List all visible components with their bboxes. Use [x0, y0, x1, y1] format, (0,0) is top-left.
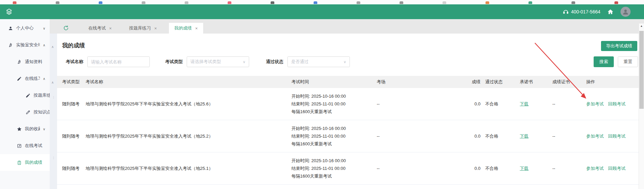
- tab-label: 在线考试: [88, 25, 106, 31]
- browser-favicon: [357, 1, 360, 4]
- cell-exam-type: 随到随考: [57, 166, 86, 172]
- tab-label: 我的成绩: [174, 25, 192, 31]
- drag-handle-icon: ⋮: [52, 157, 55, 159]
- chevron-down-icon: ∨: [243, 60, 245, 64]
- collapse-gutter[interactable]: ∧ ∧ ⋮ ⋮: [50, 34, 57, 189]
- filter-select[interactable]: 是否通过∨: [287, 56, 350, 67]
- avatar[interactable]: [620, 7, 631, 17]
- search-button[interactable]: 搜索: [594, 56, 614, 67]
- headset-icon: [563, 9, 569, 15]
- drag-handle-icon: ⋮: [52, 97, 55, 98]
- chevron-down-icon: ∨: [343, 60, 346, 64]
- browser-favicon: [486, 1, 489, 4]
- pen-nib-icon: [8, 43, 13, 48]
- filter-label: 通过状态: [266, 59, 283, 65]
- tab-3[interactable]: 我的成绩×: [169, 23, 203, 34]
- exam-time-line: 结束时间: 2025-11-01 00:00: [291, 100, 377, 108]
- app-logo-icon[interactable]: [5, 8, 13, 15]
- select-value: 是否通过: [291, 59, 309, 65]
- chevron-down-icon: ∨: [43, 27, 45, 30]
- chevron-up-icon: ∧: [43, 43, 45, 47]
- cell-score: 0.0: [469, 134, 485, 139]
- cell-score: 0.0: [469, 101, 485, 106]
- close-icon[interactable]: ×: [109, 26, 112, 31]
- browser-favicon: [314, 1, 317, 4]
- star-icon: [17, 127, 22, 132]
- filter-select[interactable]: 请选择考试类型∨: [187, 56, 249, 67]
- cell-actions: 参加考试回顾考试: [586, 166, 644, 172]
- download-link[interactable]: 下载: [520, 101, 528, 106]
- close-icon[interactable]: ×: [195, 26, 198, 31]
- scrollbar[interactable]: ▲: [639, 23, 644, 189]
- chevron-up-icon[interactable]: ∧: [51, 81, 54, 84]
- clipboard-icon: [17, 160, 22, 165]
- sidebar-item-label: 在线考试: [25, 143, 42, 149]
- sidebar-item-label: 实验室安全培...: [16, 42, 40, 48]
- sidebar-item[interactable]: 我的成绩: [0, 154, 50, 171]
- table-header-row: 考试类型考试名称考试时间考场成绩通过状态承诺书成绩证书操作: [57, 76, 644, 88]
- sidebar-item[interactable]: 在线考试: [0, 137, 50, 154]
- cell-pass-status: 不合格: [485, 133, 520, 139]
- close-icon[interactable]: ×: [154, 26, 157, 31]
- chevron-up-icon: ∧: [43, 77, 45, 81]
- review-exam-link[interactable]: 回顾考试: [608, 101, 626, 107]
- tab-1[interactable]: 在线考试×: [83, 23, 117, 34]
- column-header: 考试时间: [291, 79, 377, 85]
- cell-exam-time: 开始时间: 2025-10-16 00:00结束时间: 2025-11-01 0…: [291, 92, 377, 115]
- sidebar-item[interactable]: 在线练习∧: [0, 70, 50, 87]
- sidebar-item[interactable]: 按知识点...: [0, 104, 50, 121]
- support-phone: 400-017-5664: [563, 9, 600, 15]
- download-link[interactable]: 下载: [520, 166, 528, 171]
- column-header: 考场: [377, 79, 469, 85]
- reset-button[interactable]: 重置: [618, 56, 638, 67]
- column-header: 成绩: [469, 79, 485, 85]
- column-header: 承诺书: [520, 79, 552, 85]
- scores-table: 考试类型考试名称考试时间考场成绩通过状态承诺书成绩证书操作 随到随考地理与测绘科…: [57, 76, 644, 185]
- sidebar-item[interactable]: 按题库练...: [0, 87, 50, 104]
- review-exam-link[interactable]: 回顾考试: [608, 133, 626, 139]
- refresh-icon[interactable]: [63, 25, 69, 31]
- scroll-up-icon[interactable]: ▲: [639, 23, 644, 29]
- tab-2[interactable]: 按题库练习×: [124, 23, 163, 34]
- cell-actions: 参加考试回顾考试: [586, 133, 644, 139]
- browser-favicon: [142, 1, 145, 4]
- cell-exam-type: 随到随考: [57, 101, 86, 107]
- join-exam-link[interactable]: 参加考试: [586, 166, 604, 172]
- sidebar-item[interactable]: 通知资料: [0, 53, 50, 70]
- sidebar-item-label: 我的成绩: [25, 159, 42, 166]
- browser-favicon: [99, 1, 102, 4]
- browser-favicon: [56, 1, 59, 4]
- scrollbar-thumb[interactable]: [639, 31, 644, 109]
- pencil-icon: [17, 76, 22, 81]
- sidebar-item[interactable]: 个人中心∨: [0, 20, 50, 37]
- pencil-outline-icon: [26, 110, 31, 115]
- cell-pass-status: 不合格: [485, 101, 520, 107]
- exam-name-input[interactable]: [87, 56, 150, 67]
- table-row: 随到随考地理与测绘科学学院2025年下半年实验室安全准入考试（地25.2）开始时…: [57, 120, 644, 152]
- exam-time-line: 开始时间: 2025-10-16 00:00: [291, 125, 377, 132]
- cell-exam-type: 随到随考: [57, 133, 86, 139]
- cell-pass-status: 不合格: [485, 166, 520, 172]
- cell-certificate: --: [552, 134, 586, 139]
- join-exam-link[interactable]: 参加考试: [586, 101, 604, 107]
- sidebar-item-label: 在线练习: [25, 76, 40, 82]
- export-scores-button[interactable]: 导出考试成绩: [601, 41, 637, 51]
- sidebar-item[interactable]: 实验室安全培...∧: [0, 37, 50, 53]
- support-phone-number: 400-017-5664: [571, 9, 600, 14]
- cell-actions: 参加考试回顾考试: [586, 101, 644, 107]
- review-exam-link[interactable]: 回顾考试: [608, 166, 626, 172]
- chevron-up-icon[interactable]: ∧: [51, 45, 54, 49]
- pencil-icon: [26, 93, 31, 98]
- exam-time-line: 结束时间: 2025-11-01 00:00: [291, 164, 377, 172]
- sidebar: 个人中心∨实验室安全培...∧通知资料在线练习∧按题库练...按知识点...我的…: [0, 19, 50, 189]
- sidebar-item[interactable]: 我的收藏∨: [0, 121, 50, 137]
- join-exam-link[interactable]: 参加考试: [586, 133, 604, 139]
- edit-square-icon: [17, 143, 22, 148]
- filter-label: 考试名称: [66, 59, 83, 65]
- download-link[interactable]: 下载: [520, 134, 528, 139]
- cell-exam-room: --: [377, 101, 469, 106]
- exam-time-line: 开始时间: 2025-10-16 00:00: [291, 92, 377, 100]
- select-value: 请选择考试类型: [190, 59, 221, 65]
- browser-favicon: [614, 1, 618, 4]
- home-icon[interactable]: [607, 8, 614, 15]
